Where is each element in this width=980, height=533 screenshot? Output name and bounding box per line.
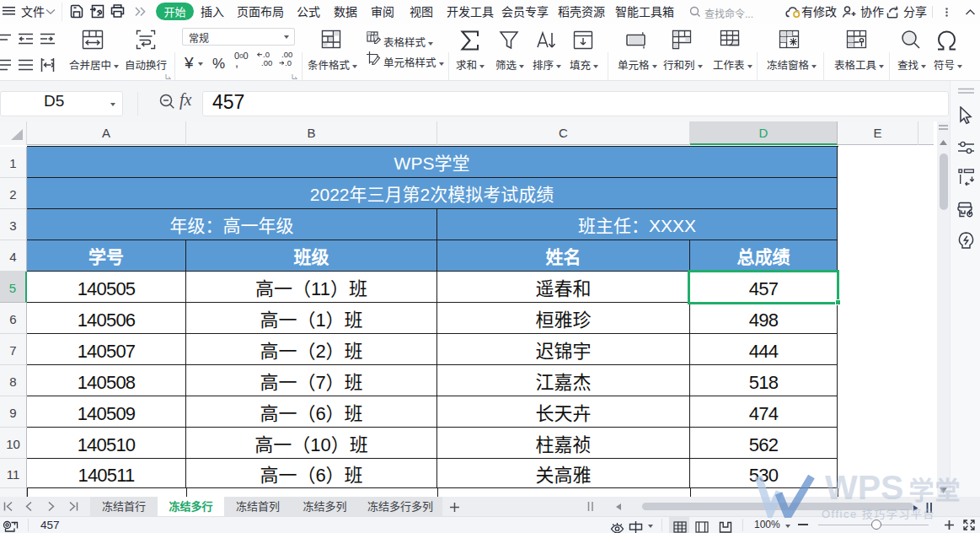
svg-text:,: , xyxy=(235,56,238,69)
svg-text:.0: .0 xyxy=(285,58,292,67)
svg-text:.00: .00 xyxy=(261,58,272,67)
